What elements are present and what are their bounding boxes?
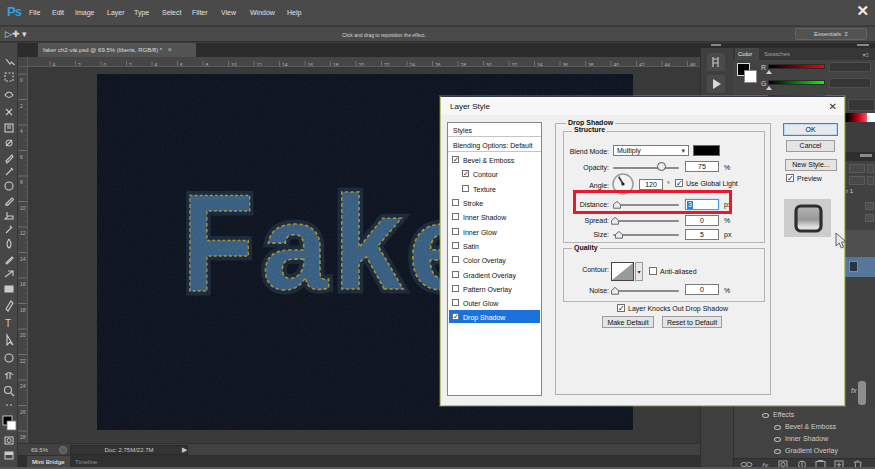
svg-text:40: 40 [614,62,620,67]
svg-text:6: 6 [20,154,23,160]
svg-text:k: k [333,168,403,317]
svg-text:2: 2 [20,103,23,109]
svg-text:14: 14 [282,62,288,67]
svg-text:32: 32 [512,62,518,67]
svg-text:8: 8 [206,62,209,67]
svg-text:28: 28 [461,62,467,67]
svg-text:22: 22 [20,358,26,364]
svg-text:10: 10 [20,205,26,211]
svg-text:12: 12 [20,230,26,236]
svg-text:18: 18 [333,62,339,67]
svg-text:4: 4 [155,62,158,67]
svg-text:18: 18 [20,307,26,313]
svg-text:38: 38 [588,62,594,67]
svg-text:44: 44 [665,62,671,67]
svg-text:42: 42 [639,62,645,67]
svg-text:4: 4 [20,128,23,134]
svg-text:14: 14 [20,256,26,262]
svg-text:24: 24 [410,62,416,67]
svg-text:2: 2 [78,62,81,67]
svg-text:26: 26 [20,409,26,415]
svg-text:0: 0 [20,77,23,83]
svg-text:28: 28 [20,434,26,440]
svg-text:20: 20 [359,62,365,67]
svg-text:10: 10 [231,62,237,67]
svg-text:16: 16 [308,62,314,67]
svg-text:2: 2 [129,62,132,67]
svg-text:46: 46 [690,62,696,67]
svg-text:34: 34 [537,62,543,67]
svg-text:26: 26 [435,62,441,67]
svg-text:a: a [262,180,329,314]
svg-text:8: 8 [20,179,23,185]
svg-text:30: 30 [486,62,492,67]
svg-text:F: F [182,164,254,321]
svg-text:6: 6 [180,62,183,67]
svg-text:4: 4 [53,62,56,67]
svg-text:T: T [5,318,11,329]
svg-text:36: 36 [563,62,569,67]
svg-text:22: 22 [384,62,390,67]
svg-text:12: 12 [257,62,263,67]
svg-text:16: 16 [20,281,26,287]
svg-text:0: 0 [104,62,107,67]
svg-text:24: 24 [20,383,26,389]
svg-text:20: 20 [20,332,26,338]
